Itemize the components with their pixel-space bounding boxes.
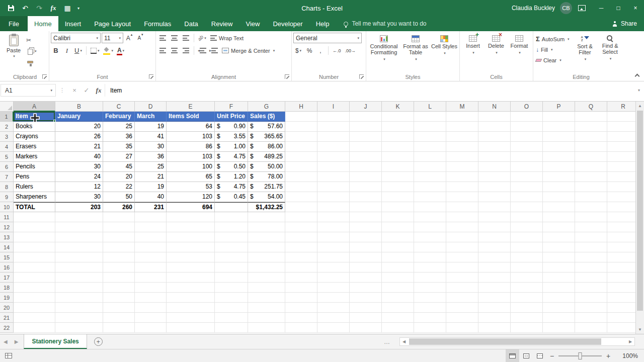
cell-L17[interactable] (414, 273, 446, 283)
cell-L16[interactable] (414, 262, 446, 273)
cell-J4[interactable] (350, 142, 382, 152)
cell-N4[interactable] (478, 142, 511, 152)
cell-E21[interactable] (167, 313, 215, 323)
cell-M2[interactable] (446, 122, 478, 132)
cell-Q15[interactable] (575, 252, 607, 262)
cell-Q11[interactable] (575, 212, 607, 222)
cell-G16[interactable] (248, 262, 285, 273)
cell-I2[interactable] (317, 122, 350, 132)
cell-M16[interactable] (446, 262, 478, 273)
cell-N20[interactable] (478, 303, 511, 313)
cancel-icon[interactable]: × (68, 86, 80, 94)
cell-C7[interactable]: 20 (103, 172, 135, 182)
column-header-J[interactable]: J (350, 102, 382, 112)
cell-H15[interactable] (285, 252, 317, 262)
cell-G7[interactable]: $78.00 (248, 172, 285, 182)
cell-N6[interactable] (478, 162, 511, 172)
scroll-up-icon[interactable]: ▲ (636, 102, 644, 110)
cell-N17[interactable] (478, 273, 511, 283)
currency-format-icon[interactable]: $▾ (293, 45, 303, 56)
cell-I6[interactable] (317, 162, 350, 172)
cell-J18[interactable] (350, 283, 382, 293)
cell-K5[interactable] (382, 152, 414, 162)
cell-J15[interactable] (350, 252, 382, 262)
cell-D17[interactable] (135, 273, 167, 283)
row-header-6[interactable]: 6 (0, 162, 14, 172)
cell-M1[interactable] (446, 112, 478, 122)
cell-N1[interactable] (478, 112, 511, 122)
cell-F16[interactable] (215, 262, 248, 273)
cell-N13[interactable] (478, 232, 511, 242)
cell-K20[interactable] (382, 303, 414, 313)
row-header-5[interactable]: 5 (0, 152, 14, 162)
cell-O2[interactable] (511, 122, 543, 132)
cell-P16[interactable] (543, 262, 575, 273)
cell-H12[interactable] (285, 222, 317, 232)
cell-C5[interactable]: 27 (103, 152, 135, 162)
minimize-button[interactable]: ─ (593, 0, 610, 16)
cell-R10[interactable] (607, 202, 635, 212)
cell-C14[interactable] (103, 242, 135, 252)
cell-L15[interactable] (414, 252, 446, 262)
cell-M19[interactable] (446, 293, 478, 303)
scroll-down-icon[interactable]: ▼ (636, 325, 644, 334)
share-button[interactable]: Share (612, 16, 637, 31)
cell-P3[interactable] (543, 132, 575, 142)
cell-O13[interactable] (511, 232, 543, 242)
row-header-19[interactable]: 19 (0, 293, 14, 303)
column-header-F[interactable]: F (215, 102, 248, 112)
new-sheet-button[interactable]: + (94, 337, 103, 346)
cell-P13[interactable] (543, 232, 575, 242)
cell-D9[interactable]: 40 (135, 192, 167, 202)
cell-P5[interactable] (543, 152, 575, 162)
horizontal-scroll-thumb[interactable] (409, 338, 601, 345)
ribbon-display-options-icon[interactable] (578, 5, 586, 11)
cell-D4[interactable]: 30 (135, 142, 167, 152)
cell-Q12[interactable] (575, 222, 607, 232)
cell-R14[interactable] (607, 242, 635, 252)
cell-E3[interactable]: 103 (167, 132, 215, 142)
alignment-dialog-launcher-icon[interactable] (285, 74, 289, 79)
cell-M20[interactable] (446, 303, 478, 313)
cell-E15[interactable] (167, 252, 215, 262)
cell-L22[interactable] (414, 323, 446, 333)
column-header-K[interactable]: K (382, 102, 414, 112)
normal-view-icon[interactable] (506, 349, 519, 362)
cell-E6[interactable]: 100 (167, 162, 215, 172)
cell-K7[interactable] (382, 172, 414, 182)
cell-C12[interactable] (103, 222, 135, 232)
cell-Q10[interactable] (575, 202, 607, 212)
cell-G11[interactable] (248, 212, 285, 222)
cell-Q3[interactable] (575, 132, 607, 142)
cell-L4[interactable] (414, 142, 446, 152)
cell-E19[interactable] (167, 293, 215, 303)
cell-R18[interactable] (607, 283, 635, 293)
cell-P1[interactable] (543, 112, 575, 122)
cell-R13[interactable] (607, 232, 635, 242)
cell-B16[interactable] (55, 262, 103, 273)
cell-R3[interactable] (607, 132, 635, 142)
cell-M12[interactable] (446, 222, 478, 232)
row-header-17[interactable]: 17 (0, 273, 14, 283)
cell-O8[interactable] (511, 182, 543, 192)
cell-Q8[interactable] (575, 182, 607, 192)
cell-M18[interactable] (446, 283, 478, 293)
underline-button[interactable]: U▾ (73, 45, 84, 56)
cell-H19[interactable] (285, 293, 317, 303)
enter-icon[interactable]: ✓ (80, 86, 93, 94)
cell-G20[interactable] (248, 303, 285, 313)
cell-L2[interactable] (414, 122, 446, 132)
cell-K21[interactable] (382, 313, 414, 323)
fill-handle[interactable] (53, 120, 56, 122)
cell-O18[interactable] (511, 283, 543, 293)
cell-I7[interactable] (317, 172, 350, 182)
zoom-slider-thumb[interactable] (579, 352, 582, 359)
cell-M21[interactable] (446, 313, 478, 323)
row-header-4[interactable]: 4 (0, 142, 14, 152)
cell-C11[interactable] (103, 212, 135, 222)
cell-H2[interactable] (285, 122, 317, 132)
maximize-button[interactable]: □ (610, 0, 627, 16)
cell-R22[interactable] (607, 323, 635, 333)
cell-E8[interactable]: 53 (167, 182, 215, 192)
cell-I10[interactable] (317, 202, 350, 212)
